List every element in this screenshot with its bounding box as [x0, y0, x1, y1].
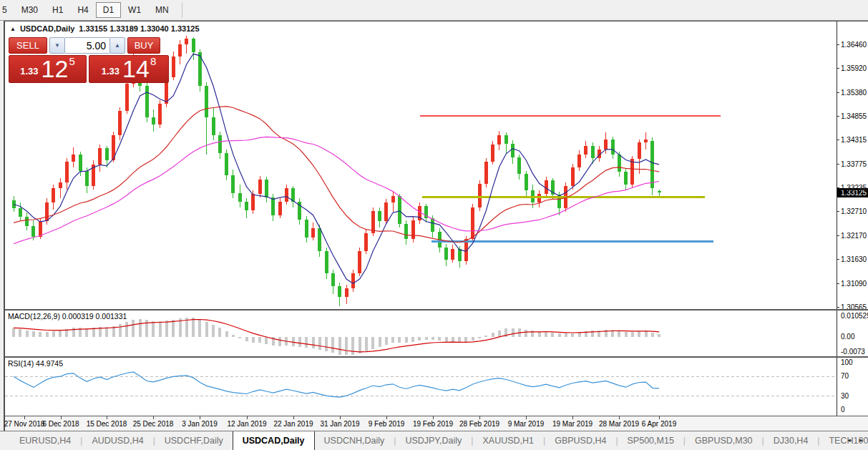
date-tick: [386, 416, 387, 419]
rsi-axis-70: 70: [841, 372, 849, 380]
macd-axis: 0.010525 0.00 -0.0073: [837, 310, 868, 356]
date-tick: [526, 416, 527, 419]
rsi-label: RSI(14) 44.9745: [8, 359, 63, 368]
price-axis-tick: [837, 44, 839, 45]
price-axis-label: 1.31090: [841, 280, 867, 288]
tab-usdjpy-daily[interactable]: USDJPY,Daily: [396, 431, 471, 450]
buy-price-pip: 8: [150, 55, 156, 67]
buy-price-prefix: 1.33: [102, 66, 120, 77]
timeframe-button-h1[interactable]: H1: [45, 2, 70, 18]
tab-scroll-buttons: ◂ ▸: [844, 431, 867, 449]
tab-usdcad-daily[interactable]: USDCAD,Daily: [233, 431, 315, 450]
price-axis-tick: [837, 187, 839, 188]
price-axis-label: 1.34855: [841, 112, 867, 120]
chart-ohlc-values: 1.33155 1.33189 1.33040 1.33125: [79, 24, 199, 33]
price-axis-tick: [837, 283, 839, 284]
tab-dj30-h4[interactable]: DJ30,H4: [764, 431, 818, 450]
date-label: 19 Feb 2019: [413, 420, 453, 428]
symbol-tabbar: EURUSD,H4|AUDUSD,H4|USDCHF,DailyUSDCAD,D…: [0, 431, 868, 450]
price-axis-label: 1.34315: [841, 136, 867, 144]
toolbar-divider: [182, 2, 182, 18]
date-label: 15 Dec 2018: [87, 420, 127, 428]
price-axis-label: 1.32170: [841, 232, 867, 240]
price-axis-tick: [837, 307, 839, 308]
tab-eurusd-h4[interactable]: EURUSD,H4: [10, 431, 80, 450]
date-label: 28 Feb 2019: [459, 420, 499, 428]
rsi-axis-30: 30: [841, 392, 849, 400]
date-label: 6 Apr 2019: [642, 420, 676, 428]
tab-sp500-m15[interactable]: SP500,M15: [618, 431, 683, 450]
price-axis-tick: [837, 211, 839, 212]
date-label: 25 Dec 2018: [133, 420, 174, 428]
chart-title: USDCAD,Daily: [20, 24, 74, 33]
date-label: 3 Jan 2019: [182, 420, 218, 428]
volume-decrease-button[interactable]: ▼: [49, 37, 65, 54]
tab-scroll-left-icon[interactable]: ◂: [844, 431, 854, 449]
date-label: 27 Nov 2018: [4, 420, 45, 428]
one-click-trade-panel: SELL ▼ ▲ BUY 1.33 12 5 1.33 14 8: [9, 37, 170, 83]
date-tick: [659, 416, 660, 419]
collapse-arrow-icon[interactable]: ▲: [10, 26, 16, 32]
timeframe-button-mn[interactable]: MN: [148, 2, 176, 18]
date-label: 31 Jan 2019: [320, 420, 359, 428]
tab-xauusd-h1[interactable]: XAUUSD,H1: [473, 431, 543, 450]
rsi-axis: 100 70 30 0: [837, 358, 868, 416]
chart-window: ▲ USDCAD,Daily 1.33155 1.33189 1.33040 1…: [4, 21, 868, 431]
date-label: 9 Feb 2019: [369, 420, 405, 428]
timeframe-button-m30[interactable]: M30: [14, 2, 45, 18]
sell-button[interactable]: SELL: [9, 37, 47, 54]
price-axis-label: 1.35380: [841, 89, 867, 97]
tab-gbpusd-m30[interactable]: GBPUSD,M30: [686, 431, 762, 450]
rsi-axis-100: 100: [841, 358, 853, 366]
chart-header: ▲ USDCAD,Daily 1.33155 1.33189 1.33040 1…: [10, 24, 200, 33]
rsi-axis-0: 0: [841, 406, 845, 414]
sell-price-main: 12: [42, 59, 69, 79]
tab-audusd-h4[interactable]: AUDUSD,H4: [82, 431, 152, 450]
timeframe-toolbar: 5M30H1H4D1W1MN: [0, 0, 868, 21]
date-tick: [200, 416, 200, 419]
date-tick: [107, 416, 107, 419]
date-tick: [24, 416, 25, 419]
price-axis-label: 1.33775: [841, 160, 867, 168]
tab-gbpusd-h4[interactable]: GBPUSD,H4: [545, 431, 615, 450]
volume-increase-button[interactable]: ▲: [109, 37, 125, 54]
date-label: 22 Jan 2019: [273, 420, 313, 428]
volume-input[interactable]: [65, 37, 109, 54]
macd-label: MACD(12,26,9) 0.000319 0.001331: [8, 312, 127, 321]
timeframe-button-h4[interactable]: H4: [70, 2, 95, 18]
macd-axis-zero: 0.00: [841, 333, 854, 341]
date-label: 9 Mar 2019: [508, 420, 545, 428]
date-tick: [61, 416, 62, 419]
date-label: 12 Jan 2019: [227, 420, 266, 428]
price-axis-tick: [837, 235, 839, 236]
timeframe-button-w1[interactable]: W1: [121, 2, 148, 18]
sell-quote-button[interactable]: 1.33 12 5: [9, 55, 87, 83]
tab-usdcnh-daily[interactable]: USDCNH,Daily: [315, 431, 394, 450]
timeframe-button-5[interactable]: 5: [0, 2, 14, 18]
price-axis-label: 1.33235: [841, 184, 867, 192]
price-axis-tick: [837, 92, 839, 93]
buy-quote-button[interactable]: 1.33 14 8: [89, 55, 169, 83]
timeframe-button-d1[interactable]: D1: [96, 2, 121, 18]
price-axis-label: 1.31630: [841, 255, 867, 263]
rsi-plot: [5, 358, 837, 416]
buy-price-main: 14: [122, 59, 150, 79]
date-tick: [433, 416, 434, 419]
price-axis-tick: [837, 140, 839, 140]
price-axis-label: 1.36460: [841, 41, 867, 49]
price-axis-label: 1.35920: [841, 64, 867, 72]
sell-price-prefix: 1.33: [20, 66, 38, 77]
date-label: 6 Dec 2018: [42, 420, 79, 428]
date-tick: [340, 416, 341, 419]
tab-scroll-right-icon[interactable]: ▸: [856, 431, 867, 449]
tab-usdchf-daily[interactable]: USDCHF,Daily: [155, 431, 233, 450]
date-axis[interactable]: 27 Nov 20186 Dec 201815 Dec 201825 Dec 2…: [5, 416, 868, 431]
buy-button[interactable]: BUY: [127, 37, 160, 54]
price-axis-tick: [837, 68, 839, 69]
price-axis-label: 1.32710: [841, 207, 867, 215]
rsi-pane: RSI(14) 44.9745 100 70 30 0: [5, 358, 868, 416]
macd-axis-min: -0.0073: [841, 348, 865, 356]
date-tick: [247, 416, 248, 419]
macd-plot: [5, 310, 837, 356]
price-axis[interactable]: 1.33125 1.364601.359201.353801.348551.34…: [837, 21, 868, 309]
